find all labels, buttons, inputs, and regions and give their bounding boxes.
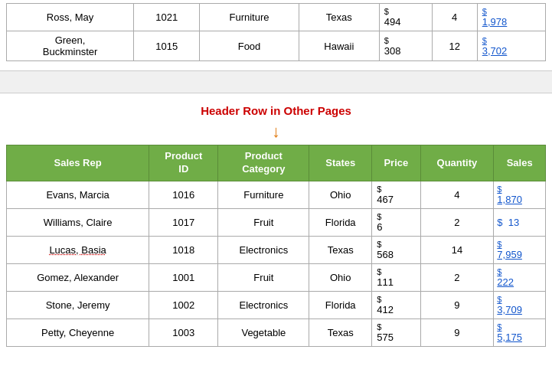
- cell-sales: $7,959: [494, 236, 546, 263]
- main-table: Sales Rep ProductID ProductCategory Stat…: [6, 145, 546, 347]
- data-row: Gomez, Alexander 1001 Fruit Ohio $ 111 2…: [7, 263, 546, 291]
- cell-price: $ 568: [372, 236, 420, 263]
- cell-price: $ 6: [372, 208, 420, 236]
- col-header-price: Price: [372, 145, 420, 181]
- cell-price: $ 308: [379, 31, 432, 61]
- col-header-sales-rep: Sales Rep: [7, 145, 149, 181]
- cell-product-id: 1021: [134, 4, 200, 31]
- cell-sales-rep: Williams, Claire: [7, 208, 149, 236]
- cell-price: $ 467: [372, 181, 420, 208]
- cell-quantity: 9: [420, 291, 494, 318]
- arrow-icon: ↓: [272, 122, 280, 141]
- cell-quantity: 2: [420, 208, 494, 236]
- cell-sales: $5,175: [494, 318, 546, 346]
- cell-states: Texas: [309, 318, 372, 346]
- cell-product-category: Electronics: [218, 236, 309, 263]
- cell-price: $ 412: [372, 291, 420, 318]
- cell-product-id: 1003: [149, 318, 218, 346]
- cell-sales-rep: Gomez, Alexander: [7, 263, 149, 291]
- cell-sales-rep: Lucas, Basia: [7, 236, 149, 263]
- col-header-quantity: Quantity: [420, 145, 494, 181]
- cell-states: Florida: [309, 208, 372, 236]
- data-row: Lucas, Basia 1018 Electronics Texas $ 56…: [7, 236, 546, 263]
- cell-product-id: 1015: [134, 31, 200, 61]
- cell-sales: $ 1,978: [477, 4, 545, 31]
- cell-sales: $1,870: [494, 181, 546, 208]
- cell-product-category: Fruit: [218, 263, 309, 291]
- cell-states: Texas: [309, 236, 372, 263]
- cell-product-id: 1001: [149, 263, 218, 291]
- cell-product-id: 1002: [149, 291, 218, 318]
- header-row: Sales Rep ProductID ProductCategory Stat…: [7, 145, 546, 181]
- cell-sales: $ 13: [494, 208, 546, 236]
- cell-states: Florida: [309, 291, 372, 318]
- cell-product-id: 1017: [149, 208, 218, 236]
- arrow-container: ↓: [0, 120, 552, 145]
- cell-states: Ohio: [309, 263, 372, 291]
- data-row: Williams, Claire 1017 Fruit Florida $ 6 …: [7, 208, 546, 236]
- cell-price: $ 111: [372, 263, 420, 291]
- cell-quantity: 4: [432, 4, 477, 31]
- cell-states: Hawaii: [299, 31, 379, 61]
- cell-quantity: 12: [432, 31, 477, 61]
- top-table-row: Ross, May 1021 Furniture Texas $ 494 4 $…: [7, 4, 546, 31]
- cell-sales-rep: Evans, Marcia: [7, 181, 149, 208]
- cell-states: Texas: [299, 4, 379, 31]
- cell-quantity: 2: [420, 263, 494, 291]
- main-table-container: Sales Rep ProductID ProductCategory Stat…: [0, 145, 552, 353]
- cell-product-category: Fruit: [218, 208, 309, 236]
- cell-states: Ohio: [309, 181, 372, 208]
- cell-product-id: 1016: [149, 181, 218, 208]
- cell-product-category: Furniture: [200, 4, 299, 31]
- top-table-container: Ross, May 1021 Furniture Texas $ 494 4 $…: [0, 0, 552, 67]
- cell-quantity: 9: [420, 318, 494, 346]
- col-header-product-category: ProductCategory: [218, 145, 309, 181]
- col-header-sales: Sales: [494, 145, 546, 181]
- cell-product-id: 1018: [149, 236, 218, 263]
- cell-quantity: 14: [420, 236, 494, 263]
- col-header-states: States: [309, 145, 372, 181]
- cell-product-category: Food: [200, 31, 299, 61]
- col-header-product-id: ProductID: [149, 145, 218, 181]
- spacer: [0, 70, 552, 93]
- section-title: Header Row in Other Pages: [201, 104, 351, 117]
- cell-sales-rep: Green,Buckminster: [7, 31, 134, 61]
- cell-sales-rep: Petty, Cheyenne: [7, 318, 149, 346]
- cell-product-category: Electronics: [218, 291, 309, 318]
- top-table: Ross, May 1021 Furniture Texas $ 494 4 $…: [6, 3, 546, 61]
- cell-price: $ 494: [379, 4, 432, 31]
- cell-sales: $3,709: [494, 291, 546, 318]
- cell-sales: $ 3,702: [477, 31, 545, 61]
- cell-sales-rep: Ross, May: [7, 4, 134, 31]
- cell-sales: $222: [494, 263, 546, 291]
- cell-quantity: 4: [420, 181, 494, 208]
- data-row: Petty, Cheyenne 1003 Vegetable Texas $ 5…: [7, 318, 546, 346]
- top-table-row: Green,Buckminster 1015 Food Hawaii $ 308…: [7, 31, 546, 61]
- section-title-container: Header Row in Other Pages: [0, 96, 552, 120]
- cell-product-category: Vegetable: [218, 318, 309, 346]
- cell-price: $ 575: [372, 318, 420, 346]
- data-row: Stone, Jeremy 1002 Electronics Florida $…: [7, 291, 546, 318]
- cell-product-category: Furniture: [218, 181, 309, 208]
- cell-sales-rep: Stone, Jeremy: [7, 291, 149, 318]
- data-row: Evans, Marcia 1016 Furniture Ohio $ 467 …: [7, 181, 546, 208]
